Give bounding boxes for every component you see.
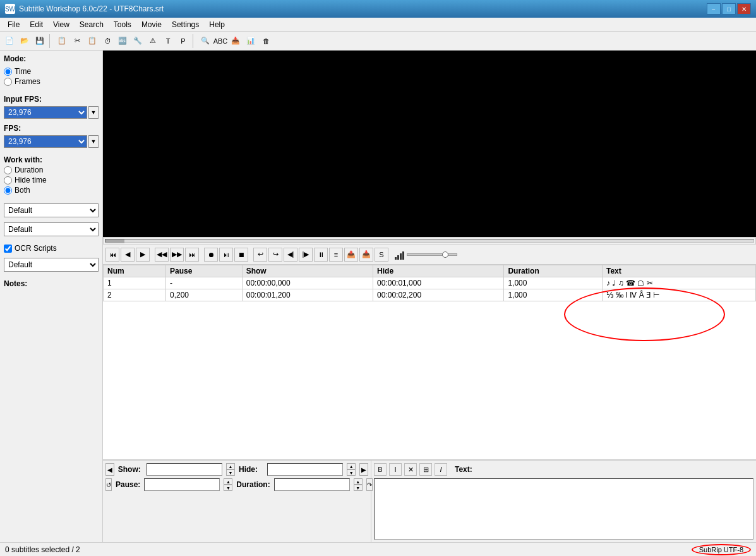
toolbar-sep-2	[193, 34, 196, 48]
menu-edit[interactable]: Edit	[25, 19, 48, 30]
tb-btn-11[interactable]: T	[161, 34, 175, 48]
tb-btn-9[interactable]: 🔧	[131, 34, 145, 48]
menu-help[interactable]: Help	[204, 19, 230, 30]
play-btn-14[interactable]: ⏸	[314, 248, 328, 262]
fps-select[interactable]: 23,976	[4, 135, 87, 148]
play-btn-17[interactable]: 📥	[359, 248, 373, 262]
play-btn-10[interactable]: ↩	[253, 248, 267, 262]
input-fps-arrow[interactable]: ▼	[88, 106, 99, 119]
prev-subtitle-btn[interactable]: ◀	[105, 463, 114, 476]
play-btn-18[interactable]: S	[375, 248, 388, 262]
title-bar-controls: − □ ✕	[707, 3, 751, 15]
play-btn-6[interactable]: ⏭	[185, 248, 199, 262]
play-btn-11[interactable]: ↪	[268, 248, 282, 262]
duration-spin-up[interactable]: ▲	[354, 478, 363, 485]
play-btn-7[interactable]: ⏺	[204, 248, 218, 262]
play-btn-15[interactable]: ≡	[329, 248, 343, 262]
play-btn-4[interactable]: ◀◀	[155, 248, 169, 262]
ocr-checkbox[interactable]	[4, 245, 12, 253]
hide-spin-up[interactable]: ▲	[347, 463, 356, 469]
hide-input[interactable]	[267, 463, 343, 476]
mode-time-option[interactable]: Time	[4, 67, 99, 76]
show-spin-down[interactable]: ▼	[226, 469, 235, 476]
menu-tools[interactable]: Tools	[109, 19, 136, 30]
other-fmt-btn2[interactable]: I	[435, 463, 447, 476]
play-sub-btn[interactable]: ↺	[105, 478, 112, 491]
play-btn-8[interactable]: ⏯	[219, 248, 233, 262]
work-duration-option[interactable]: Duration	[4, 166, 99, 174]
tb-btn-7[interactable]: ⏱	[100, 34, 114, 48]
work-both-option[interactable]: Both	[4, 186, 99, 195]
pause-spin-up[interactable]: ▲	[224, 478, 232, 485]
hide-spin: ▲ ▼	[347, 463, 356, 476]
play-btn-12[interactable]: ◀|	[284, 248, 297, 262]
menu-file[interactable]: File	[3, 19, 25, 30]
tb-btn-10[interactable]: ⚠	[146, 34, 160, 48]
hide-spin-down[interactable]: ▼	[347, 469, 356, 476]
menu-settings[interactable]: Settings	[167, 19, 204, 30]
mode-frames-radio[interactable]	[4, 78, 12, 86]
play-btn-3[interactable]: ▶	[136, 248, 150, 262]
volume-slider[interactable]	[407, 253, 457, 256]
tb-btn-5[interactable]: ✂	[70, 34, 84, 48]
next-subtitle-btn[interactable]: ▶	[359, 463, 368, 476]
pause-input[interactable]	[144, 478, 220, 491]
minimize-button[interactable]: −	[707, 3, 721, 15]
bold-button[interactable]: B	[374, 463, 387, 476]
video-scrollbar[interactable]	[103, 237, 756, 245]
italic-button[interactable]: I	[389, 463, 402, 476]
duration-label: Duration:	[236, 480, 270, 489]
duration-input[interactable]	[274, 478, 350, 491]
play-btn-16[interactable]: 📤	[344, 248, 358, 262]
tb-btn-15[interactable]: 📥	[229, 34, 243, 48]
work-duration-radio[interactable]	[4, 166, 12, 174]
mode-time-radio[interactable]	[4, 68, 12, 76]
tb-btn-8[interactable]: 🔤	[116, 34, 129, 48]
show-input[interactable]	[147, 463, 222, 476]
tb-btn-12[interactable]: P	[176, 34, 190, 48]
pause-spin-down[interactable]: ▼	[224, 485, 232, 491]
menu-movie[interactable]: Movie	[136, 19, 167, 30]
strikethrough-button[interactable]: ✕	[404, 463, 417, 476]
tb-btn-16[interactable]: 📊	[244, 34, 258, 48]
work-both-radio[interactable]	[4, 186, 12, 195]
open-button[interactable]: 📂	[18, 34, 32, 48]
fps-arrow[interactable]: ▼	[88, 135, 99, 148]
close-button[interactable]: ✕	[737, 3, 751, 15]
style-dropdown2-row: Default	[4, 222, 99, 236]
other-fmt-btn1[interactable]: ⊞	[419, 463, 432, 476]
duration-spin-down[interactable]: ▼	[354, 485, 363, 491]
scroll-thumb[interactable]	[105, 239, 124, 243]
tb-btn-13[interactable]: 🔍	[198, 34, 212, 48]
vol-bar-4	[402, 251, 404, 260]
table-row[interactable]: 2 0,200 00:00:01,200 00:00:02,200 1,000 …	[104, 289, 756, 301]
play-btn-9[interactable]: ⏹	[234, 248, 248, 262]
tb-btn-4[interactable]: 📋	[55, 34, 69, 48]
save-button[interactable]: 💾	[33, 34, 47, 48]
tb-btn-17[interactable]: 🗑	[259, 34, 273, 48]
work-hidetime-radio[interactable]	[4, 176, 12, 184]
new-button[interactable]: 📄	[3, 34, 16, 48]
play-btn-1[interactable]: ⏮	[105, 248, 119, 262]
tb-btn-6[interactable]: 📋	[85, 34, 99, 48]
menu-search[interactable]: Search	[75, 19, 109, 30]
subtitle-table: Num Pause Show Hide Duration Text 1 - 00…	[103, 265, 756, 301]
volume-thumb[interactable]	[442, 251, 448, 258]
mode-frames-option[interactable]: Frames	[4, 77, 99, 86]
scroll-track[interactable]	[105, 239, 754, 243]
subtitle-list[interactable]: Num Pause Show Hide Duration Text 1 - 00…	[103, 265, 756, 460]
maximize-button[interactable]: □	[722, 3, 736, 15]
ocr-dropdown[interactable]: Default	[4, 258, 99, 272]
input-fps-select[interactable]: 23,976	[4, 106, 87, 119]
text-edit-area[interactable]	[374, 478, 753, 540]
table-row[interactable]: 1 - 00:00:00,000 00:00:01,000 1,000 ♪ ♩ …	[104, 277, 756, 289]
tb-btn-14[interactable]: ABC	[213, 34, 227, 48]
show-spin-up[interactable]: ▲	[226, 463, 235, 469]
play-btn-5[interactable]: ▶▶	[170, 248, 184, 262]
work-hidetime-option[interactable]: Hide time	[4, 176, 99, 184]
play-btn-2[interactable]: ◀	[121, 248, 135, 262]
style-dropdown2[interactable]: Default	[4, 222, 99, 236]
menu-view[interactable]: View	[48, 19, 75, 30]
style-dropdown1[interactable]: Default	[4, 203, 99, 217]
play-btn-13[interactable]: |▶	[299, 248, 313, 262]
